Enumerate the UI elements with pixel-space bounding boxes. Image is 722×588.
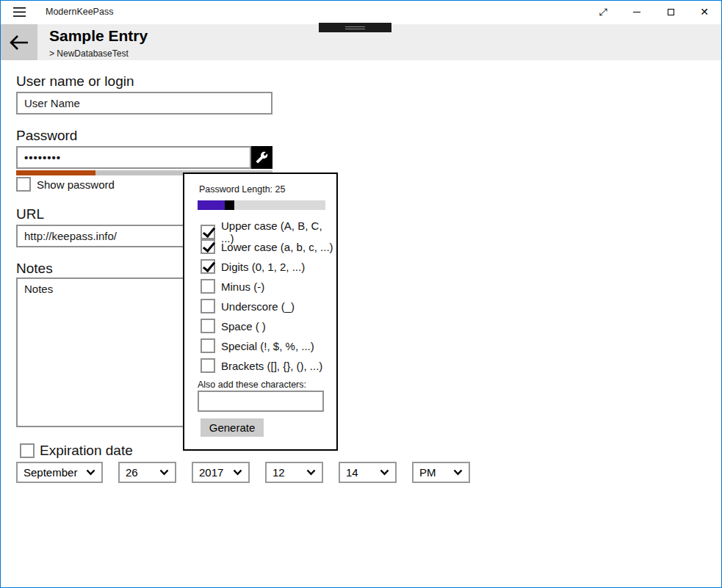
expiration-checkbox[interactable] bbox=[20, 443, 35, 458]
underscore-label: Underscore (_) bbox=[221, 300, 295, 313]
slider-track bbox=[234, 200, 325, 210]
month-dropdown[interactable]: September bbox=[16, 462, 103, 483]
chevron-down-icon bbox=[306, 469, 316, 476]
underscore-checkbox[interactable] bbox=[201, 299, 215, 313]
also-add-input[interactable] bbox=[198, 391, 324, 412]
space-label: Space ( ) bbox=[221, 320, 266, 333]
slider-fill bbox=[198, 200, 225, 210]
lower-case-checkbox[interactable] bbox=[201, 239, 215, 254]
password-input[interactable] bbox=[16, 146, 251, 169]
appbar-grabber[interactable] bbox=[319, 23, 391, 32]
app-title: ModernKeePass bbox=[46, 7, 113, 17]
breadcrumb: > NewDatabaseTest bbox=[49, 48, 129, 59]
year-dropdown[interactable]: 2017 bbox=[192, 462, 250, 483]
generator-option-row: Special (!, $, %, ...) bbox=[201, 338, 314, 353]
password-length-label: Password Length: 25 bbox=[199, 184, 285, 195]
password-strength-fill bbox=[16, 170, 95, 175]
year-value: 2017 bbox=[199, 466, 228, 479]
upper-case-checkbox[interactable] bbox=[201, 225, 215, 239]
fullscreen-button[interactable]: ⤢ bbox=[586, 1, 620, 23]
caption-controls: ⤢ ✕ bbox=[586, 1, 721, 23]
minimize-button[interactable] bbox=[620, 1, 654, 23]
ampm-dropdown[interactable]: PM bbox=[412, 462, 470, 483]
app-window: ModernKeePass ⤢ ✕ Sample Entry > NewData… bbox=[0, 0, 722, 588]
hour-value: 12 bbox=[272, 466, 302, 479]
back-arrow-icon bbox=[10, 35, 29, 51]
day-dropdown[interactable]: 26 bbox=[118, 462, 176, 483]
url-label: URL bbox=[16, 206, 44, 222]
close-button[interactable]: ✕ bbox=[687, 1, 721, 23]
show-password-row: Show password bbox=[16, 177, 115, 192]
day-value: 26 bbox=[126, 466, 155, 479]
special-label: Special (!, $, %, ...) bbox=[221, 340, 314, 352]
minute-value: 14 bbox=[346, 466, 375, 479]
expiration-row: Expiration date bbox=[20, 443, 133, 459]
chevron-down-icon bbox=[159, 469, 169, 476]
maximize-icon bbox=[668, 9, 674, 15]
brackets-checkbox[interactable] bbox=[201, 358, 215, 373]
username-input[interactable] bbox=[16, 92, 272, 115]
notes-label: Notes bbox=[16, 261, 53, 277]
chevron-down-icon bbox=[380, 469, 389, 476]
generate-button[interactable]: Generate bbox=[201, 418, 264, 437]
lower-case-label: Lower case (a, b, c, ...) bbox=[221, 241, 333, 253]
password-generator-popup: Password Length: 25 Upper case (A, B, C,… bbox=[183, 173, 338, 451]
password-label: Password bbox=[16, 128, 77, 144]
wrench-icon bbox=[256, 151, 268, 164]
digits-label: Digits (0, 1, 2, ...) bbox=[221, 261, 305, 273]
show-password-checkbox[interactable] bbox=[16, 177, 31, 192]
password-length-slider[interactable] bbox=[198, 200, 325, 210]
month-value: September bbox=[24, 466, 82, 479]
show-password-label: Show password bbox=[37, 178, 115, 191]
slider-thumb[interactable] bbox=[225, 200, 234, 210]
username-label: User name or login bbox=[16, 73, 134, 90]
generator-option-row: Brackets ([], {}, (), ...) bbox=[201, 358, 322, 373]
space-checkbox[interactable] bbox=[201, 319, 215, 333]
page-title: Sample Entry bbox=[49, 27, 148, 45]
chevron-down-icon bbox=[233, 469, 242, 476]
expiration-label: Expiration date bbox=[40, 443, 133, 459]
close-icon: ✕ bbox=[700, 6, 709, 18]
chevron-down-icon bbox=[86, 469, 95, 476]
grabber-icon bbox=[345, 26, 365, 29]
minus-label: Minus (-) bbox=[221, 280, 264, 293]
fullscreen-icon: ⤢ bbox=[599, 6, 607, 18]
generator-option-row: Lower case (a, b, c, ...) bbox=[201, 239, 333, 254]
brackets-label: Brackets ([], {}, (), ...) bbox=[221, 360, 322, 372]
generator-option-row: Underscore (_) bbox=[201, 299, 295, 313]
minimize-icon bbox=[633, 12, 640, 12]
generator-option-row: Space ( ) bbox=[201, 319, 266, 333]
minus-checkbox[interactable] bbox=[201, 279, 215, 294]
digits-checkbox[interactable] bbox=[201, 259, 215, 274]
generator-option-row: Digits (0, 1, 2, ...) bbox=[201, 259, 305, 274]
minute-dropdown[interactable]: 14 bbox=[339, 462, 397, 483]
titlebar: ModernKeePass ⤢ ✕ bbox=[1, 1, 721, 23]
back-button[interactable] bbox=[1, 24, 37, 60]
hamburger-menu-button[interactable] bbox=[6, 2, 32, 22]
generator-option-row: Minus (-) bbox=[201, 279, 264, 294]
special-checkbox[interactable] bbox=[201, 338, 215, 353]
also-add-label: Also add these characters: bbox=[198, 380, 306, 390]
hamburger-icon bbox=[13, 7, 26, 17]
maximize-button[interactable] bbox=[654, 1, 687, 23]
chevron-down-icon bbox=[453, 469, 463, 476]
hour-dropdown[interactable]: 12 bbox=[265, 462, 323, 483]
password-generator-button[interactable] bbox=[251, 146, 272, 169]
ampm-value: PM bbox=[419, 466, 449, 479]
